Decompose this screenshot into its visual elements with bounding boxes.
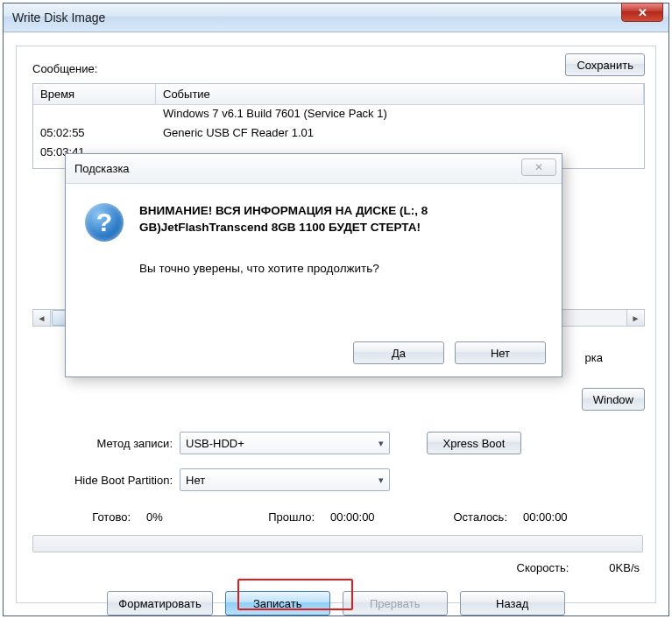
confirm-dialog: Подсказка ✕ ? ВНИМАНИЕ! ВСЯ ИНФОРМАЦИЯ Н…: [65, 153, 562, 377]
speed-row: Скорость: 0KB/s: [517, 561, 640, 574]
bottom-button-row: Форматировать Записать Прервать Назад: [17, 591, 655, 615]
col-event-header[interactable]: Событие: [156, 84, 644, 104]
table-row: Windows 7 v6.1 Build 7601 (Service Pack …: [33, 105, 644, 124]
hide-boot-combo[interactable]: Нет: [180, 468, 390, 491]
format-button[interactable]: Форматировать: [107, 591, 212, 615]
write-button[interactable]: Записать: [225, 591, 330, 615]
xpress-boot-button[interactable]: Xpress Boot: [427, 432, 521, 454]
dialog-titlebar[interactable]: Подсказка ✕: [66, 154, 562, 184]
no-button[interactable]: Нет: [455, 341, 546, 364]
elapsed-value: 00:00:00: [315, 510, 411, 524]
write-method-label: Метод записи:: [24, 437, 173, 450]
dialog-text: ВНИМАНИЕ! ВСЯ ИНФОРМАЦИЯ НА ДИСКЕ (L:, 8…: [139, 203, 428, 278]
ready-value: 0%: [131, 510, 209, 524]
message-label: Сообщение:: [32, 62, 97, 75]
save-button[interactable]: Сохранить: [565, 53, 645, 76]
elapsed-label: Прошло:: [209, 510, 315, 524]
write-method-row: Метод записи: USB-HDD+: [24, 432, 390, 454]
remaining-value: 00:00:00: [507, 510, 568, 524]
remaining-label: Осталось:: [411, 510, 507, 524]
scroll-right-icon[interactable]: ►: [626, 310, 644, 326]
speed-value: 0KB/s: [609, 561, 640, 574]
progress-bar: [32, 535, 643, 552]
partial-check-label: рка: [585, 351, 603, 364]
col-time-header[interactable]: Время: [33, 84, 156, 104]
back-button[interactable]: Назад: [460, 591, 565, 615]
question-icon: ?: [85, 203, 124, 242]
ready-label: Готово:: [52, 510, 131, 524]
close-icon[interactable]: ✕: [621, 3, 663, 22]
table-row: 05:02:55 Generic USB CF Reader 1.01: [33, 124, 644, 144]
titlebar[interactable]: Write Disk Image ✕: [4, 4, 668, 32]
scroll-left-icon[interactable]: ◄: [33, 310, 51, 326]
grid-header: Время Событие: [33, 84, 644, 105]
speed-label: Скорость:: [517, 561, 569, 574]
window-title: Write Disk Image: [12, 11, 105, 25]
abort-button: Прервать: [343, 591, 448, 615]
dialog-close-icon[interactable]: ✕: [521, 158, 556, 176]
hide-boot-label: Hide Boot Partition:: [24, 474, 173, 487]
disk-image-input-button[interactable]: Window: [582, 388, 645, 411]
hide-boot-row: Hide Boot Partition: Нет: [24, 468, 390, 491]
yes-button[interactable]: Да: [353, 341, 444, 364]
status-row: Готово: 0% Прошло: 00:00:00 Осталось: 00…: [52, 510, 638, 524]
write-method-combo[interactable]: USB-HDD+: [180, 432, 390, 454]
dialog-title: Подсказка: [74, 162, 130, 175]
